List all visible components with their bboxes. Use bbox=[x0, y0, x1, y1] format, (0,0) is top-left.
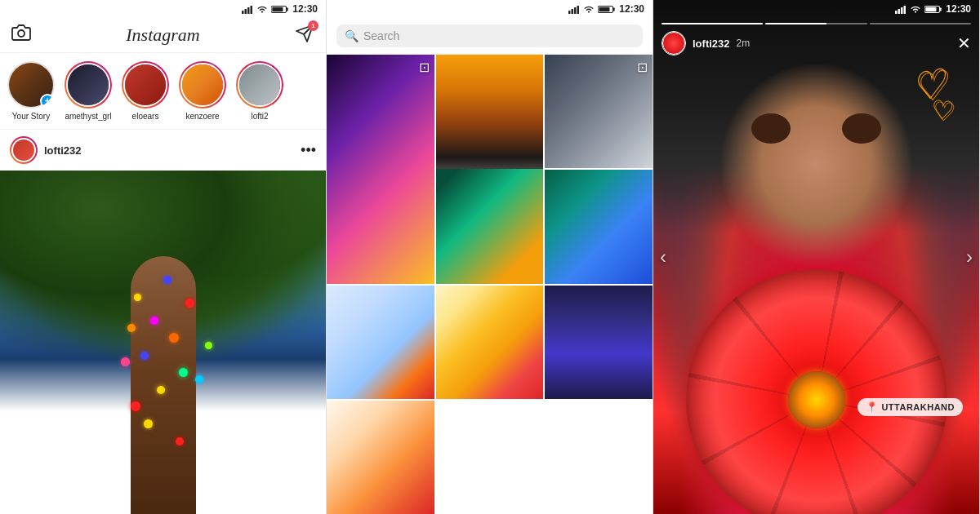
progress-bar-3 bbox=[870, 23, 971, 24]
story-panel: 12:30 lofti232 2m ✕ bbox=[653, 0, 980, 514]
status-bar-feed: 12:30 bbox=[0, 0, 326, 18]
story-close-button[interactable]: ✕ bbox=[957, 35, 971, 51]
ig-logo: Instagram bbox=[126, 24, 199, 46]
story-amethyst[interactable]: amethyst_grl bbox=[64, 61, 113, 121]
progress-bar-2 bbox=[765, 23, 866, 24]
battery-icon-story bbox=[924, 5, 942, 14]
story-username-eloears: eloears bbox=[132, 112, 159, 121]
wifi-icon-2 bbox=[583, 5, 595, 14]
svg-rect-12 bbox=[574, 7, 577, 14]
signal-icon-story bbox=[895, 5, 906, 14]
your-story-label: Your Story bbox=[12, 112, 50, 121]
multipost-icon-moto: ⊡ bbox=[637, 60, 648, 75]
story-status-bar: 12:30 bbox=[653, 0, 979, 18]
explore-grid: ⊡ ⊡ bbox=[327, 55, 653, 514]
location-pin-icon: 📍 bbox=[866, 401, 878, 413]
search-header: 🔍 Search bbox=[327, 18, 653, 55]
direct-messages-icon[interactable]: 1 bbox=[295, 24, 314, 47]
story-next-button[interactable]: › bbox=[966, 246, 973, 268]
svg-rect-18 bbox=[898, 9, 901, 14]
svg-rect-16 bbox=[599, 7, 610, 11]
header-actions: 1 bbox=[295, 24, 314, 47]
grid-item-temple[interactable] bbox=[436, 55, 544, 284]
svg-rect-13 bbox=[577, 6, 580, 14]
grid-item-spices[interactable] bbox=[327, 401, 434, 514]
grid-item-motorcycle[interactable]: ⊡ bbox=[545, 55, 653, 168]
story-status-bar-wrapper: 12:30 bbox=[653, 0, 979, 18]
post-more-icon[interactable]: ••• bbox=[301, 142, 316, 159]
story-eloears[interactable]: eloears bbox=[121, 61, 170, 121]
notification-badge: 1 bbox=[308, 20, 318, 31]
svg-rect-17 bbox=[895, 11, 898, 14]
svg-rect-22 bbox=[940, 7, 942, 11]
post-header: lofti232 ••• bbox=[0, 130, 326, 171]
feed-panel: 12:30 Instagram 1 bbox=[0, 0, 327, 514]
story-user-avatar[interactable] bbox=[662, 31, 686, 55]
grid-item-citrus[interactable] bbox=[436, 286, 544, 399]
grid-item-concert[interactable]: ⊡ bbox=[327, 55, 434, 284]
wifi-icon bbox=[256, 5, 268, 14]
story-time-ago: 2m bbox=[737, 38, 751, 49]
post-image bbox=[0, 171, 326, 514]
stories-row: + Your Story amethyst_grl eloears bbox=[0, 53, 326, 130]
svg-rect-1 bbox=[245, 9, 247, 14]
svg-rect-19 bbox=[901, 7, 903, 14]
svg-rect-11 bbox=[572, 9, 574, 14]
svg-rect-15 bbox=[613, 7, 615, 11]
battery-icon-2 bbox=[598, 5, 616, 14]
progress-bar-1 bbox=[662, 23, 763, 24]
post-username[interactable]: lofti232 bbox=[44, 144, 82, 157]
story-username-display: lofti232 bbox=[693, 38, 730, 50]
story-kenzoere[interactable]: kenzoere bbox=[178, 61, 227, 121]
post-avatar[interactable] bbox=[10, 136, 38, 164]
story-user-info: lofti232 2m bbox=[662, 31, 750, 55]
story-user-bar: lofti232 2m ✕ bbox=[662, 31, 971, 55]
svg-rect-6 bbox=[273, 7, 283, 11]
svg-rect-2 bbox=[247, 7, 250, 14]
story-flower-avatar bbox=[662, 32, 685, 55]
story-status-time: 12:30 bbox=[946, 3, 971, 15]
explore-panel: 12:30 🔍 Search ⊡ ⊡ bbox=[327, 0, 653, 514]
grid-item-sunglasses[interactable] bbox=[545, 286, 653, 399]
story-hearts-decoration: ♡ ♡ bbox=[915, 65, 955, 126]
location-tag[interactable]: 📍 UTTARAKHAND bbox=[858, 398, 963, 416]
search-placeholder-text: Search bbox=[363, 29, 399, 42]
multipost-icon-concert: ⊡ bbox=[419, 60, 430, 75]
svg-rect-20 bbox=[904, 6, 906, 14]
wifi-icon-story bbox=[910, 5, 921, 14]
status-bar-explore: 12:30 bbox=[327, 0, 653, 18]
story-username-amethyst: amethyst_grl bbox=[65, 112, 111, 121]
svg-rect-0 bbox=[242, 11, 244, 14]
svg-rect-3 bbox=[251, 6, 253, 14]
svg-rect-23 bbox=[926, 7, 937, 11]
grid-item-dancer[interactable] bbox=[327, 286, 434, 399]
feed-header: Instagram 1 bbox=[0, 18, 326, 53]
post-user: lofti232 bbox=[10, 136, 82, 164]
grid-item-peacock[interactable] bbox=[545, 170, 653, 283]
search-magnifier-icon: 🔍 bbox=[345, 29, 359, 42]
story-prev-button[interactable]: ‹ bbox=[660, 246, 666, 268]
story-lofti[interactable]: lofti2 bbox=[235, 61, 284, 121]
location-name: UTTARAKHAND bbox=[881, 402, 955, 412]
story-username-kenzoere: kenzoere bbox=[185, 112, 219, 121]
story-view: 12:30 lofti232 2m ✕ bbox=[653, 0, 979, 514]
your-story-item[interactable]: + Your Story bbox=[7, 61, 56, 121]
svg-rect-10 bbox=[568, 11, 571, 14]
story-progress-bars bbox=[662, 23, 971, 24]
svg-point-7 bbox=[18, 30, 24, 37]
battery-icon bbox=[271, 5, 289, 14]
signal-icon-2 bbox=[568, 5, 580, 14]
status-time-explore: 12:30 bbox=[619, 3, 644, 15]
status-time-feed: 12:30 bbox=[292, 3, 318, 15]
svg-rect-5 bbox=[287, 7, 288, 11]
story-username-lofti: lofti2 bbox=[251, 112, 268, 121]
heart-icon-2: ♡ bbox=[929, 94, 956, 126]
search-bar[interactable]: 🔍 Search bbox=[336, 24, 643, 47]
signal-icon bbox=[242, 5, 253, 14]
camera-icon[interactable] bbox=[11, 23, 31, 47]
add-story-button[interactable]: + bbox=[40, 94, 55, 109]
